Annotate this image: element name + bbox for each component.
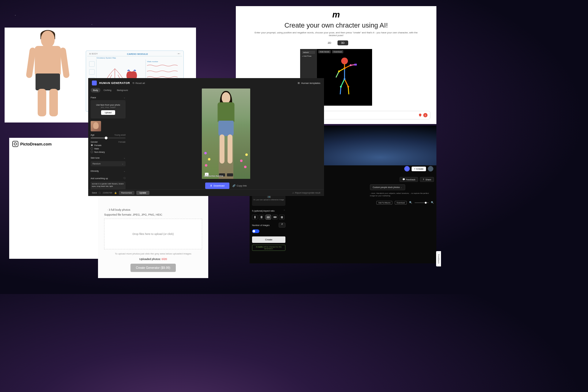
add-pose-button[interactable]: + Add Pose <box>302 55 315 57</box>
chevron-down-icon: ⌄ <box>123 96 126 99</box>
gender-radio-female[interactable]: Female <box>91 144 126 146</box>
tab-3d[interactable]: 3D <box>337 40 349 45</box>
skintone-section[interactable]: Skin tone ⌄ <box>91 156 126 160</box>
pictodream-logo-icon <box>12 141 18 147</box>
mage-pose-canvas[interactable]: Hide Hands Download <box>317 49 372 106</box>
svg-point-16 <box>347 86 349 88</box>
add-to-albums-button[interactable]: Add To Albums <box>376 201 392 205</box>
ratio-option[interactable] <box>272 215 278 220</box>
create-button-top[interactable]: + Create <box>412 167 426 171</box>
ratio-option[interactable] <box>252 215 258 220</box>
age-slider[interactable] <box>91 138 126 138</box>
svg-line-3 <box>345 65 351 68</box>
chevron-down-icon: ⌄ <box>122 162 124 165</box>
toggle-switch[interactable] <box>252 229 259 233</box>
download-button[interactable]: Download <box>332 50 343 53</box>
update-button[interactable]: Update <box>136 191 149 195</box>
grid-icon: ⊞ <box>298 82 300 85</box>
zoom-out-icon[interactable]: 🔍 <box>409 201 412 204</box>
create-generator-button[interactable]: Create Generator ($9.99) <box>130 264 176 272</box>
copy-link-button[interactable]: 🔗 Copy link <box>232 183 247 189</box>
face-thumbnail[interactable] <box>91 121 101 131</box>
num-images-input[interactable]: 2 <box>279 223 285 228</box>
gender-radio-nonbinary[interactable]: Non-binary <box>91 151 126 153</box>
info-icon: ⓘ <box>123 177 126 180</box>
mage-logo: m <box>236 6 436 20</box>
uploaded-count: Uploaded photos: 0/20 <box>104 258 202 261</box>
picto-formats: Supported file formats: JPEG, JPG, PNG, … <box>104 213 202 216</box>
category-select[interactable]: Custom people stock photos ⌄ <box>370 184 405 190</box>
create-main-button[interactable]: Create <box>252 236 285 243</box>
face-upload-box: Use face from your photo JPG, PNG, WEBP … <box>91 100 126 119</box>
chevron-down-icon: ⌄ <box>123 156 126 159</box>
svg-point-12 <box>350 64 352 66</box>
human-generator-panel: HUMAN GENERATOR ⟲ Reset all ⊞ Human temp… <box>88 78 324 196</box>
svg-line-8 <box>345 79 348 87</box>
aibody-monitor-label: Vitals monitor <box>147 61 181 62</box>
gender-value: Female <box>119 141 126 143</box>
hide-hands-button[interactable]: Hide Hands <box>318 50 331 53</box>
prompt-textarea[interactable]: woman in a garden with flowers, brown ey… <box>91 182 126 189</box>
ratio-option-selected[interactable] <box>266 215 271 220</box>
svg-line-2 <box>336 71 339 77</box>
pictodream-brand: PictoDream.com <box>20 142 52 146</box>
age-value: Young adult <box>114 134 126 136</box>
face-section-header[interactable]: Face ⌄ <box>91 95 126 100</box>
svg-line-9 <box>348 87 349 94</box>
gender-radio-male[interactable]: Male <box>91 147 126 150</box>
upload-dropzone[interactable]: Drop files here to upload (or click) <box>104 219 202 249</box>
aspect-ratio-section[interactable]: 5 (optional) Aspect ratio ⌃ <box>252 209 285 212</box>
randomize-button[interactable]: Randomize <box>119 191 134 195</box>
reset-icon: ⟲ <box>132 82 134 85</box>
picto-hint: To upload more photos just click the gre… <box>104 252 202 255</box>
reset-all-button[interactable]: ⟲ Reset all <box>132 82 145 85</box>
tab-2d[interactable]: 2D <box>324 40 335 45</box>
zoom-slider[interactable] <box>415 202 428 203</box>
gender-label: Gender <box>91 141 98 143</box>
link-icon: 🔗 <box>232 184 236 187</box>
hg-sidebar: Body Clothing Background Face ⌄ Use face… <box>88 88 128 189</box>
pose-default[interactable]: default <box>302 51 315 54</box>
tab-body[interactable]: Body <box>91 88 100 92</box>
svg-point-10 <box>344 67 345 69</box>
human-templates-button[interactable]: ⊞ Human templates <box>298 82 320 85</box>
add-something-section[interactable]: Add something up ⓘ <box>91 176 126 181</box>
credits-notice: 2 credits will be charaed for this aener… <box>252 245 285 251</box>
share-button[interactable]: ⇪Share <box>420 177 434 182</box>
svg-line-7 <box>340 87 341 94</box>
generated-image: › GENERATED PHOTOS <box>202 89 250 179</box>
info-icon: ⓘ <box>99 191 101 194</box>
ethnicity-section[interactable]: Ethnicity ⌄ <box>91 169 126 173</box>
zoom-in-icon[interactable]: 🔍 <box>431 201 434 204</box>
category-description: ...ision. Handpick your subjects, select… <box>370 192 434 197</box>
svg-line-6 <box>341 79 345 87</box>
share-icon: ⇪ <box>423 178 424 181</box>
download-icon: ⬇ <box>210 184 212 187</box>
watermark: GENERATED PHOTOS <box>204 175 223 177</box>
user-avatar-small[interactable] <box>404 166 410 172</box>
mage-subtitle: Enter your propmpt, using positive and n… <box>236 31 436 37</box>
download-button[interactable]: Download <box>395 201 407 205</box>
tab-clothing[interactable]: Clothing <box>101 88 114 92</box>
ratio-option[interactable] <box>259 215 264 220</box>
download-button[interactable]: ⬇ Download <box>205 183 229 189</box>
ratio-option[interactable] <box>279 215 285 220</box>
upload-button[interactable]: Upload <box>101 110 115 115</box>
hg-title: HUMAN GENERATOR <box>99 81 130 85</box>
notification-badge: 1 <box>423 113 428 117</box>
chat-icon: 💬 <box>402 178 405 181</box>
svg-rect-13 <box>354 64 357 66</box>
user-avatar[interactable] <box>428 166 433 172</box>
tab-background[interactable]: Background <box>115 88 128 92</box>
aibody-tool-icon[interactable] <box>89 61 95 67</box>
report-button[interactable]: ⚠ Report inappropriate result <box>292 192 320 194</box>
seed-value: 23456789 <box>103 192 112 194</box>
feedback-button[interactable]: 💬Feedback <box>400 177 418 182</box>
skintone-select[interactable]: Random ⌄ <box>91 161 126 166</box>
num-images-label: Number of images <box>252 224 270 226</box>
age-label: Age <box>91 134 94 136</box>
lock-icon[interactable]: 🔒 <box>114 192 117 194</box>
svg-point-15 <box>340 86 342 88</box>
aibody-tool-icon[interactable] <box>89 69 95 75</box>
feedback-tab[interactable]: Feedback <box>436 251 441 266</box>
